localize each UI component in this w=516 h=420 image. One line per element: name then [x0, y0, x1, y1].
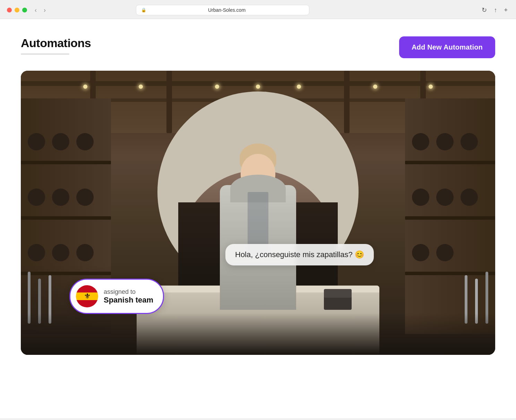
add-automation-button[interactable]: Add New Automation	[399, 36, 495, 58]
page-title-section: Automations	[21, 36, 91, 55]
back-button[interactable]: ‹	[33, 6, 39, 15]
spanish-flag: ⚜	[76, 285, 98, 307]
page-header: Automations Add New Automation	[21, 36, 495, 58]
close-button[interactable]	[7, 8, 12, 12]
minimize-button[interactable]	[15, 8, 19, 12]
floor-gradient	[21, 313, 495, 355]
page-title: Automations	[21, 36, 91, 50]
assignment-text: assigned to Spanish team	[104, 288, 153, 305]
new-tab-button[interactable]: +	[502, 5, 509, 15]
url-text: Urban-Soles.com	[149, 7, 304, 13]
speech-bubble: Hola, ¿conseguiste mis zapatillas? 😊	[225, 244, 374, 265]
browser-chrome: ‹ › 🔒 Urban-Soles.com ↻ ↑ +	[0, 0, 516, 19]
store-scene: Hola, ¿conseguiste mis zapatillas? 😊 ⚜ a…	[21, 71, 495, 355]
flag-emblem: ⚜	[84, 292, 91, 300]
nav-buttons: ‹ ›	[33, 6, 48, 15]
forward-button[interactable]: ›	[42, 6, 48, 15]
assigned-to-label: assigned to	[104, 288, 153, 296]
shelf-right	[405, 98, 495, 334]
hero-image-card: Hola, ¿conseguiste mis zapatillas? 😊 ⚜ a…	[21, 71, 495, 355]
title-underline	[21, 53, 69, 55]
page-content: Automations Add New Automation	[0, 19, 516, 418]
address-bar[interactable]: 🔒 Urban-Soles.com	[136, 5, 309, 15]
maximize-button[interactable]	[22, 8, 27, 12]
reload-button[interactable]: ↻	[480, 5, 488, 15]
traffic-lights	[7, 8, 27, 12]
store-person	[209, 150, 307, 310]
title-bar: ‹ › 🔒 Urban-Soles.com ↻ ↑ +	[0, 0, 516, 19]
assignment-badge: ⚜ assigned to Spanish team	[69, 279, 164, 314]
share-button[interactable]: ↑	[492, 5, 498, 15]
team-name: Spanish team	[104, 296, 153, 305]
speech-bubble-text: Hola, ¿conseguiste mis zapatillas? 😊	[235, 250, 364, 259]
lock-icon: 🔒	[141, 8, 146, 12]
browser-actions: ↻ ↑ +	[480, 5, 509, 15]
